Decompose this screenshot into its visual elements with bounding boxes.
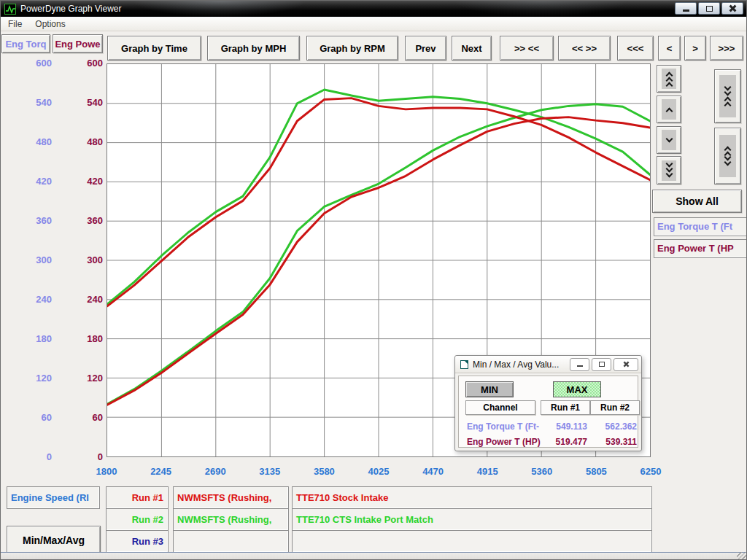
chevron-down-icon <box>665 171 673 178</box>
window-bottom-frame <box>1 552 747 560</box>
x-tick-3580: 3580 <box>302 466 346 477</box>
toolbar-button-next[interactable]: Next <box>452 36 492 61</box>
y-tick-power-480: 480 <box>68 136 103 147</box>
minmax-window-body: MIN MAX Channel Run #1 Run #2 Eng Torque… <box>458 376 638 448</box>
menu-item-file[interactable]: File <box>8 19 22 29</box>
run1-column-header[interactable]: Run #1 <box>541 400 590 415</box>
run3-dyno-field <box>173 530 289 553</box>
minimize-button[interactable] <box>675 2 697 15</box>
run2-run-label: Run #2 <box>106 508 169 531</box>
x-tick-1800: 1800 <box>85 466 128 477</box>
menu-bar: FileOptions <box>1 17 747 31</box>
y-tick-torque-60: 60 <box>17 412 52 423</box>
toolbar-button-prev[interactable]: Prev <box>405 36 446 61</box>
y-tick-power-420: 420 <box>68 176 103 187</box>
x-tick-4470: 4470 <box>411 466 455 477</box>
powerdyne-window: PowerDyne Graph Viewer FileOptions Eng T… <box>0 0 747 560</box>
titlebar-gloss <box>132 1 307 17</box>
x-tick-5360: 5360 <box>520 466 564 477</box>
restore-icon <box>599 362 605 367</box>
toolbar-button-graph-by-time[interactable]: Graph by Time <box>107 36 201 61</box>
y-tick-power-120: 120 <box>68 373 103 384</box>
run2-dyno-field: NWMSFTS (Rushing, <box>173 508 289 531</box>
y-tick-torque-300: 300 <box>17 254 52 265</box>
y-tick-power-360: 360 <box>68 215 103 226</box>
y-tick-torque-240: 240 <box>17 294 52 305</box>
resize-grip[interactable] <box>737 552 747 560</box>
minmax-avg-window: Min / Max / Avg Valu... MIN MAX Channel … <box>454 355 642 451</box>
window-title: PowerDyne Graph Viewer <box>20 4 122 14</box>
chevron-down-icon <box>724 89 732 96</box>
scroll-up-button[interactable] <box>657 96 681 123</box>
document-icon <box>460 360 468 369</box>
minmax-minimize-button[interactable] <box>570 358 589 371</box>
minmax-restore-button[interactable] <box>592 358 611 371</box>
toolbar-button-[interactable]: << >> <box>558 36 611 61</box>
x-tick-3135: 3135 <box>248 466 292 477</box>
toolbar-button-[interactable]: <<< <box>617 36 654 61</box>
x-tick-5805: 5805 <box>574 466 618 477</box>
chevron-down-icon <box>724 159 732 166</box>
app-icon <box>4 4 16 15</box>
power-channel-cell: Eng Power T (HP) <box>467 437 540 447</box>
close-button[interactable] <box>721 2 743 15</box>
close-icon <box>729 4 737 12</box>
y-tick-torque-0: 0 <box>17 451 52 462</box>
y-tick-power-180: 180 <box>68 333 103 344</box>
y-tick-power-600: 600 <box>68 58 103 69</box>
zoom-out-vertical-button[interactable] <box>714 128 741 184</box>
channel-column-header[interactable]: Channel <box>465 400 535 415</box>
y-tick-torque-360: 360 <box>17 215 52 226</box>
x-tick-2690: 2690 <box>193 466 237 477</box>
scroll-up-fast-button[interactable] <box>657 65 681 93</box>
y-tick-power-540: 540 <box>68 97 103 108</box>
torque-channel-label: Eng Torque T (Ft <box>654 217 747 236</box>
restore-button[interactable] <box>698 2 720 15</box>
scroll-down-button[interactable] <box>657 126 681 154</box>
toolbar-button-[interactable]: >>> <box>710 36 743 61</box>
run1-desc-field: TTE710 Stock Intake <box>292 486 652 509</box>
run2-desc-field: TTE710 CTS Intake Port Match <box>292 508 652 531</box>
x-tick-2245: 2245 <box>139 466 183 477</box>
run3-desc-field <box>292 530 652 553</box>
max-toggle-button[interactable]: MAX <box>553 381 601 397</box>
title-bar[interactable]: PowerDyne Graph Viewer <box>1 1 747 17</box>
x-axis-channel-box: Engine Speed (RI <box>7 486 100 509</box>
toolbar-button-graph-by-rpm[interactable]: Graph by RPM <box>306 36 398 61</box>
y-tick-power-240: 240 <box>68 294 103 305</box>
minmax-close-button[interactable] <box>614 358 638 371</box>
minmax-avg-button[interactable]: Min/Max/Avg <box>7 526 101 555</box>
minmax-window-titlebar[interactable]: Min / Max / Avg Valu... <box>455 356 641 373</box>
eng-torque-axis-button[interactable]: Eng Torq <box>1 34 50 53</box>
eng-power-axis-button[interactable]: Eng Powe <box>53 34 103 53</box>
toolbar-button-[interactable]: < <box>658 36 681 61</box>
y-tick-power-300: 300 <box>68 254 103 265</box>
run3-run-label: Run #3 <box>106 530 169 553</box>
titlebar-gloss <box>453 1 628 17</box>
zoom-in-vertical-button[interactable] <box>714 69 741 123</box>
toolbar-button-[interactable]: >> << <box>500 36 554 61</box>
chevron-up-icon <box>665 82 673 89</box>
torque-run2-value: 562.362 <box>590 421 637 432</box>
chevron-down-icon <box>665 135 673 142</box>
torque-channel-cell: Eng Torque T (Ft- <box>467 421 540 432</box>
close-icon <box>623 361 630 368</box>
y-tick-torque-600: 600 <box>17 58 52 69</box>
power-run2-value: 539.311 <box>590 437 637 447</box>
toolbar-button-graph-by-mph[interactable]: Graph by MPH <box>207 36 300 61</box>
menu-item-options[interactable]: Options <box>35 19 65 29</box>
show-all-button[interactable]: Show All <box>652 190 742 213</box>
minimize-icon <box>683 9 689 12</box>
y-tick-torque-480: 480 <box>17 136 52 147</box>
chevron-up-icon <box>665 107 673 114</box>
run2-column-header[interactable]: Run #2 <box>590 400 640 415</box>
scroll-down-fast-button[interactable] <box>657 156 681 184</box>
y-tick-torque-420: 420 <box>17 176 52 187</box>
run1-dyno-field: NWMSFTS (Rushing, <box>173 486 289 509</box>
torque-run1-value: 549.113 <box>541 421 587 432</box>
y-tick-power-0: 0 <box>68 451 103 462</box>
toolbar-button-[interactable]: > <box>684 36 706 61</box>
min-toggle-button[interactable]: MIN <box>465 381 514 397</box>
x-tick-6250: 6250 <box>629 466 673 477</box>
run1-run-label: Run #1 <box>106 486 169 509</box>
